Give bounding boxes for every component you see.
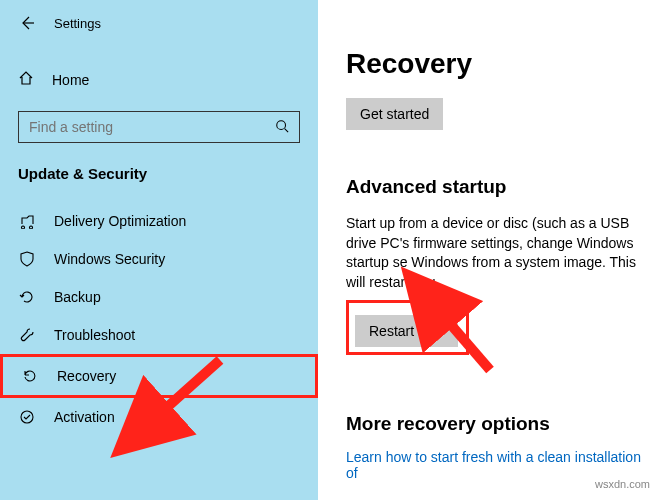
search-input[interactable] — [29, 119, 269, 135]
section-title: Update & Security — [0, 143, 318, 190]
home-label: Home — [52, 72, 89, 88]
sidebar: Settings Home Update & Security Delivery… — [0, 0, 318, 500]
window-title: Settings — [54, 16, 101, 31]
home-icon — [18, 70, 34, 89]
watermark: wsxdn.com — [595, 478, 650, 490]
restart-highlight: Restart now — [346, 300, 469, 355]
sidebar-item-activation[interactable]: Activation — [0, 398, 318, 436]
recovery-icon — [21, 368, 39, 384]
sidebar-item-label: Backup — [54, 289, 101, 305]
sidebar-home[interactable]: Home — [0, 62, 318, 97]
page-title: Recovery — [346, 48, 656, 80]
get-started-button[interactable]: Get started — [346, 98, 443, 130]
sidebar-item-delivery-optimization[interactable]: Delivery Optimization — [0, 202, 318, 240]
restart-now-button[interactable]: Restart now — [355, 315, 458, 347]
sidebar-item-label: Troubleshoot — [54, 327, 135, 343]
activation-icon — [18, 409, 36, 425]
troubleshoot-icon — [18, 327, 36, 343]
shield-icon — [18, 251, 36, 267]
sidebar-nav: Delivery Optimization Windows Security B… — [0, 202, 318, 436]
search-icon — [275, 119, 289, 136]
search-input-box[interactable] — [18, 111, 300, 143]
sidebar-item-backup[interactable]: Backup — [0, 278, 318, 316]
backup-icon — [18, 289, 36, 305]
advanced-startup-body: Start up from a device or disc (such as … — [346, 214, 656, 292]
sidebar-item-windows-security[interactable]: Windows Security — [0, 240, 318, 278]
back-icon[interactable] — [18, 14, 36, 32]
sidebar-item-label: Delivery Optimization — [54, 213, 186, 229]
svg-point-1 — [21, 411, 33, 423]
svg-point-0 — [277, 120, 286, 129]
sidebar-item-label: Windows Security — [54, 251, 165, 267]
content-pane: Recovery Get started Advanced startup St… — [318, 0, 656, 500]
fresh-start-link[interactable]: Learn how to start fresh with a clean in… — [346, 449, 656, 481]
sidebar-item-troubleshoot[interactable]: Troubleshoot — [0, 316, 318, 354]
delivery-icon — [18, 213, 36, 229]
more-recovery-options-heading: More recovery options — [346, 413, 656, 435]
advanced-startup-heading: Advanced startup — [346, 176, 656, 198]
sidebar-item-label: Recovery — [57, 368, 116, 384]
sidebar-item-label: Activation — [54, 409, 115, 425]
sidebar-item-recovery[interactable]: Recovery — [0, 354, 318, 398]
